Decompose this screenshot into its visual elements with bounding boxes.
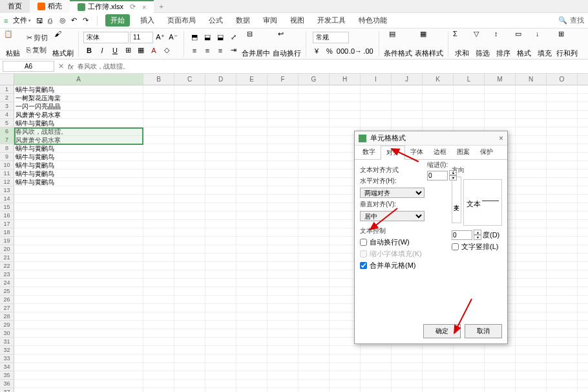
- cell[interactable]: [578, 178, 588, 186]
- cell[interactable]: [236, 220, 268, 228]
- cell[interactable]: [14, 212, 143, 220]
- cell[interactable]: [547, 321, 578, 329]
- cell[interactable]: [547, 161, 578, 169]
- cell[interactable]: [299, 245, 330, 254]
- cell[interactable]: [14, 237, 143, 245]
- cell[interactable]: [268, 371, 299, 380]
- cell[interactable]: [174, 329, 205, 338]
- cell[interactable]: [268, 220, 299, 228]
- cell[interactable]: [205, 346, 236, 354]
- cell[interactable]: [143, 186, 174, 195]
- cell[interactable]: [174, 228, 205, 237]
- cell[interactable]: [268, 338, 299, 346]
- cell[interactable]: [423, 371, 454, 380]
- row-header[interactable]: 17: [0, 220, 14, 228]
- cell[interactable]: [454, 371, 485, 380]
- cell[interactable]: [392, 346, 423, 354]
- cell[interactable]: [578, 195, 588, 203]
- cell[interactable]: [174, 94, 205, 102]
- cell[interactable]: [516, 144, 547, 153]
- col-header-J[interactable]: J: [392, 74, 423, 85]
- cell[interactable]: [547, 363, 578, 371]
- close-icon[interactable]: ×: [499, 134, 503, 143]
- col-header-I[interactable]: I: [361, 74, 392, 85]
- cell[interactable]: [236, 245, 268, 254]
- cell[interactable]: [516, 169, 547, 178]
- cell[interactable]: [236, 338, 268, 346]
- cell[interactable]: [205, 363, 236, 371]
- bold-button[interactable]: B: [83, 45, 95, 56]
- ribbon-tab-feature[interactable]: 特色功能: [356, 14, 390, 27]
- table-style-button[interactable]: ▦表格样式: [415, 30, 443, 58]
- cell[interactable]: [423, 380, 454, 388]
- cell[interactable]: [14, 388, 143, 392]
- cell[interactable]: [14, 186, 143, 195]
- cell[interactable]: [547, 312, 578, 321]
- cell[interactable]: [268, 287, 299, 296]
- cell[interactable]: [143, 111, 174, 119]
- cell[interactable]: [236, 262, 268, 270]
- degree-down-button[interactable]: ▾: [474, 235, 481, 240]
- cell[interactable]: [143, 119, 174, 127]
- cell[interactable]: [547, 102, 578, 111]
- cell[interactable]: [516, 153, 547, 161]
- degree-up-button[interactable]: ▴: [474, 230, 481, 235]
- cell[interactable]: [516, 203, 547, 212]
- cell[interactable]: [578, 228, 588, 237]
- cell[interactable]: [14, 287, 143, 296]
- cell[interactable]: [268, 228, 299, 237]
- cell[interactable]: [423, 85, 454, 94]
- cell[interactable]: [14, 371, 143, 380]
- cell[interactable]: [578, 371, 588, 380]
- cell[interactable]: [14, 296, 143, 304]
- cell[interactable]: [205, 237, 236, 245]
- cell[interactable]: [143, 195, 174, 203]
- cell[interactable]: [14, 363, 143, 371]
- cell[interactable]: [516, 111, 547, 119]
- row-header[interactable]: 36: [0, 380, 14, 388]
- cell[interactable]: [516, 161, 547, 169]
- tab-workbook[interactable]: 工作簿.xlsx⟳×: [70, 0, 154, 13]
- cell[interactable]: [268, 245, 299, 254]
- dialog-tab-font[interactable]: 字体: [405, 146, 428, 159]
- cell[interactable]: [299, 262, 330, 270]
- cell[interactable]: [174, 111, 205, 119]
- cell[interactable]: [236, 195, 268, 203]
- cell[interactable]: [236, 371, 268, 380]
- cell[interactable]: [143, 220, 174, 228]
- cell[interactable]: [578, 245, 588, 254]
- cell[interactable]: [174, 127, 205, 136]
- cell[interactable]: [330, 85, 361, 94]
- cell[interactable]: [485, 371, 516, 380]
- cell[interactable]: [268, 169, 299, 178]
- row-header[interactable]: 22: [0, 262, 14, 270]
- row-header[interactable]: 33: [0, 354, 14, 363]
- cell[interactable]: [143, 85, 174, 94]
- cell[interactable]: [143, 161, 174, 169]
- cell[interactable]: [268, 363, 299, 371]
- cell[interactable]: [361, 111, 392, 119]
- align-left-button[interactable]: ≡: [189, 45, 200, 56]
- cell[interactable]: [423, 111, 454, 119]
- cell[interactable]: [454, 354, 485, 363]
- cell[interactable]: [236, 363, 268, 371]
- cell[interactable]: [392, 111, 423, 119]
- cell[interactable]: [454, 346, 485, 354]
- dialog-tab-protect[interactable]: 保护: [475, 146, 498, 159]
- cell[interactable]: 蜗牛与黄鹂鸟: [14, 153, 143, 161]
- cell[interactable]: [578, 354, 588, 363]
- cell[interactable]: [547, 94, 578, 102]
- cell[interactable]: [205, 136, 236, 144]
- cell[interactable]: [299, 220, 330, 228]
- cell[interactable]: [268, 102, 299, 111]
- cell[interactable]: [174, 371, 205, 380]
- cell[interactable]: [392, 363, 423, 371]
- cell[interactable]: [516, 312, 547, 321]
- cell[interactable]: [547, 228, 578, 237]
- cell[interactable]: [143, 94, 174, 102]
- wrap-button[interactable]: ↩自动换行: [273, 30, 301, 58]
- cell[interactable]: [578, 102, 588, 111]
- cell[interactable]: [299, 329, 330, 338]
- col-header-M[interactable]: M: [485, 74, 516, 85]
- cell[interactable]: [516, 102, 547, 111]
